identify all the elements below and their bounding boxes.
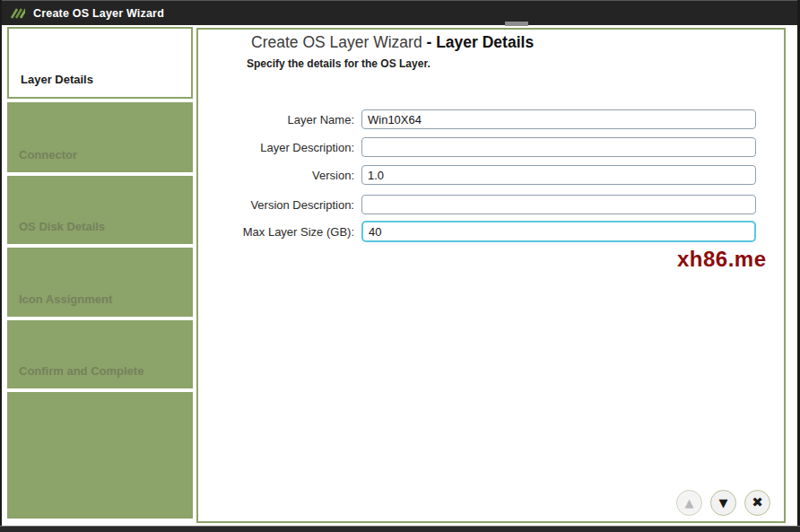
step-confirm-and-complete[interactable]: Confirm and Complete [7,320,193,388]
version-label: Version: [198,169,361,182]
max-layer-size-row: Max Layer Size (GB): [198,221,756,242]
version-description-label: Version Description: [198,198,361,212]
window-title: Create OS Layer Wizard [33,7,164,20]
layer-description-row: Layer Description: [198,136,756,158]
step-layer-details[interactable]: Layer Details [7,27,193,99]
version-description-row: Version Description: [198,194,756,215]
layer-description-input[interactable] [361,137,756,157]
layer-name-row: Layer Name: [198,109,756,130]
wizard-content-panel: Create OS Layer Wizard - Layer Details S… [196,28,786,523]
layer-name-input[interactable] [361,109,756,129]
window-border-left [0,0,2,532]
step-connector[interactable]: Connector [7,102,193,172]
titlebar-artifact [505,22,528,26]
create-os-layer-wizard-window: Create OS Layer Wizard Layer Details Con… [0,0,800,532]
watermark-text: xh86.me [677,247,767,272]
max-layer-size-label: Max Layer Size (GB): [198,225,361,239]
page-title: Create OS Layer Wizard - Layer Details [251,33,534,52]
titlebar[interactable]: Create OS Layer Wizard [0,0,800,25]
step-label: Connector [19,148,77,161]
step-icon-assignment[interactable]: Icon Assignment [7,248,193,317]
app-logo-icon [9,6,25,21]
page-title-regular: Create OS Layer Wizard [251,33,426,51]
step-os-disk-details[interactable]: OS Disk Details [7,176,193,244]
step-label: Confirm and Complete [19,364,143,378]
page-title-bold: - Layer Details [426,33,534,51]
version-description-input[interactable] [361,195,756,214]
step-label: Layer Details [21,73,93,86]
layer-name-label: Layer Name: [198,113,361,126]
wizard-nav-buttons: ▲ ▼ ✖ [676,490,770,516]
step-label: Icon Assignment [19,292,112,306]
next-step-button[interactable]: ▼ [710,490,736,516]
max-layer-size-input[interactable] [361,221,756,242]
window-border-bottom [0,526,800,532]
version-input[interactable] [361,165,756,185]
version-row: Version: [198,164,756,186]
page-subtitle: Specify the details for the OS Layer. [247,57,430,70]
cancel-wizard-button[interactable]: ✖ [744,490,770,516]
layer-description-label: Layer Description: [198,141,361,154]
step-placeholder [7,392,193,519]
step-label: OS Disk Details [19,220,105,233]
previous-step-button[interactable]: ▲ [676,490,702,516]
